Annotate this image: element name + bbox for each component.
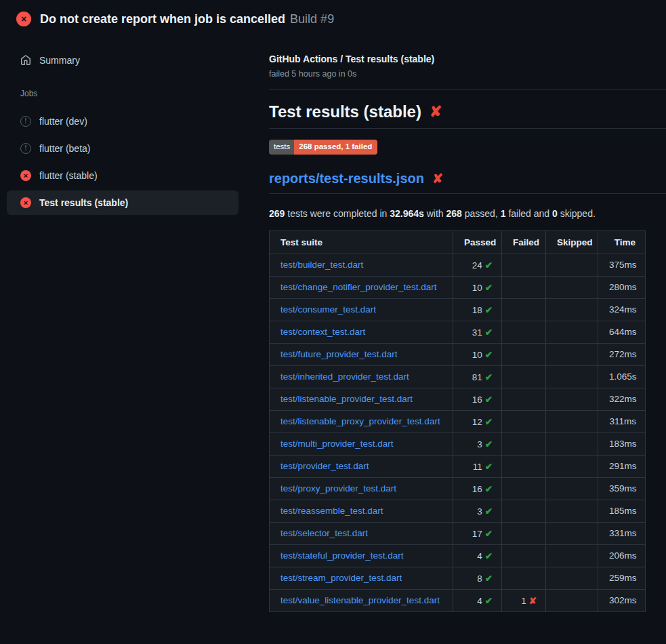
suite-link[interactable]: test/proxy_provider_test.dart xyxy=(280,483,396,494)
x-icon: ✘ xyxy=(529,596,537,606)
table-row: test/value_listenable_provider_test.dart… xyxy=(270,589,646,611)
suite-link[interactable]: test/listenable_proxy_provider_test.dart xyxy=(280,416,440,426)
suite-link[interactable]: test/provider_test.dart xyxy=(280,461,369,471)
report-file-row: reports/test-results.json ✘ xyxy=(269,171,666,194)
suite-link[interactable]: test/reassemble_test.dart xyxy=(280,506,383,516)
skipped-cell xyxy=(546,410,598,432)
column-header-time: Time xyxy=(598,230,646,254)
exclamation-circle-icon: ! xyxy=(20,116,31,127)
suite-cell: test/proxy_provider_test.dart xyxy=(270,477,453,500)
table-row: test/consumer_test.dart18✔324ms xyxy=(270,298,646,321)
table-row: test/stream_provider_test.dart8✔259ms xyxy=(270,567,646,589)
count: 10 xyxy=(472,350,482,360)
count: 16 xyxy=(472,484,482,494)
failed-cell xyxy=(502,343,546,365)
badge-label: tests xyxy=(269,140,294,155)
passed-cell: 17✔ xyxy=(453,522,502,544)
job-label: Test results (stable) xyxy=(39,197,128,208)
passed-cell: 3✔ xyxy=(453,432,502,455)
failed-cell xyxy=(502,567,546,589)
check-icon: ✔ xyxy=(485,439,493,449)
passed-cell: 10✔ xyxy=(453,343,502,365)
failed-cell xyxy=(502,410,546,432)
sidebar-item-job-2[interactable]: ×flutter (stable) xyxy=(7,163,238,188)
count: 17 xyxy=(472,529,482,539)
sidebar-item-summary[interactable]: Summary xyxy=(7,48,238,73)
failed-x-icon: ✘ xyxy=(432,171,443,186)
suite-link[interactable]: test/future_provider_test.dart xyxy=(280,349,398,359)
job-label: flutter (stable) xyxy=(39,170,98,181)
suite-link[interactable]: test/multi_provider_test.dart xyxy=(280,439,394,449)
suite-cell: test/listenable_provider_test.dart xyxy=(270,388,453,410)
badge-value: 268 passed, 1 failed xyxy=(294,140,377,155)
jobs-section-label: Jobs xyxy=(20,89,247,98)
suite-link[interactable]: test/value_listenable_provider_test.dart xyxy=(280,595,440,605)
time-cell: 206ms xyxy=(598,544,646,567)
passed-cell: 3✔ xyxy=(453,500,502,522)
sidebar-item-job-3[interactable]: ×Test results (stable) xyxy=(7,190,238,215)
sidebar-summary-label: Summary xyxy=(39,55,80,66)
skipped-cell xyxy=(546,544,598,567)
skipped-cell xyxy=(546,432,598,455)
summary-segment: failed and xyxy=(506,208,553,219)
sidebar: Summary Jobs !flutter (dev)!flutter (bet… xyxy=(0,35,247,218)
column-header-test-suite: Test suite xyxy=(270,230,453,254)
check-icon: ✔ xyxy=(485,529,493,539)
suite-cell: test/listenable_proxy_provider_test.dart xyxy=(270,410,453,432)
suite-cell: test/change_notifier_provider_test.dart xyxy=(270,276,453,298)
table-header-row: Test suitePassedFailedSkippedTime xyxy=(270,230,646,254)
summary-segment: 32.964s xyxy=(390,208,424,219)
check-icon: ✔ xyxy=(485,596,493,606)
main-content: GitHub Actions / Test results (stable) f… xyxy=(247,35,666,612)
passed-cell: 31✔ xyxy=(453,321,502,343)
suite-cell: test/consumer_test.dart xyxy=(270,298,453,321)
suite-link[interactable]: test/context_test.dart xyxy=(280,327,365,337)
suite-link[interactable]: test/inherited_provider_test.dart xyxy=(280,371,409,382)
x-circle-fill-icon: × xyxy=(20,197,31,208)
summary-segment: tests were completed in xyxy=(285,208,390,219)
count: 10 xyxy=(472,283,482,293)
sidebar-item-job-1[interactable]: !flutter (beta) xyxy=(7,136,238,161)
suite-link[interactable]: test/change_notifier_provider_test.dart xyxy=(280,282,436,292)
suite-link[interactable]: test/stateful_provider_test.dart xyxy=(280,550,404,561)
failed-cell xyxy=(502,388,546,410)
passed-cell: 4✔ xyxy=(453,589,502,611)
suite-link[interactable]: test/stream_provider_test.dart xyxy=(280,573,402,583)
passed-cell: 16✔ xyxy=(453,388,502,410)
summary-segment: 268 xyxy=(446,208,462,219)
skipped-cell xyxy=(546,477,598,500)
skipped-cell xyxy=(546,500,598,522)
passed-cell: 12✔ xyxy=(453,410,502,432)
table-row: test/provider_test.dart11✔291ms xyxy=(270,455,646,477)
summary-segment: skipped. xyxy=(558,208,596,219)
suite-cell: test/context_test.dart xyxy=(270,321,453,343)
suite-cell: test/inherited_provider_test.dart xyxy=(270,365,453,388)
report-file-link[interactable]: reports/test-results.json xyxy=(269,171,424,186)
failed-cell xyxy=(502,455,546,477)
failed-cell xyxy=(502,365,546,388)
check-icon: ✔ xyxy=(485,305,493,315)
suite-link[interactable]: test/consumer_test.dart xyxy=(280,304,376,315)
suite-link[interactable]: test/builder_test.dart xyxy=(280,260,363,270)
summary-segment: with xyxy=(424,208,446,219)
suite-cell: test/future_provider_test.dart xyxy=(270,343,453,365)
check-icon: ✔ xyxy=(485,283,493,293)
check-icon: ✔ xyxy=(485,327,493,338)
sidebar-item-job-0[interactable]: !flutter (dev) xyxy=(7,109,238,134)
suite-link[interactable]: test/selector_test.dart xyxy=(280,528,368,538)
suite-link[interactable]: test/listenable_provider_test.dart xyxy=(280,394,413,404)
tests-summary-text: 269 tests were completed in 32.964s with… xyxy=(269,208,666,219)
column-header-failed: Failed xyxy=(502,230,546,254)
check-icon: ✔ xyxy=(485,573,493,584)
table-row: test/inherited_provider_test.dart81✔1.06… xyxy=(270,365,646,388)
passed-cell: 16✔ xyxy=(453,477,502,500)
failed-cell: 1✘ xyxy=(502,589,546,611)
report-title: Test results (stable) xyxy=(269,102,421,121)
suite-cell: test/stateful_provider_test.dart xyxy=(270,544,453,567)
count: 18 xyxy=(472,305,482,315)
check-icon: ✔ xyxy=(485,506,493,517)
skipped-cell xyxy=(546,276,598,298)
passed-cell: 11✔ xyxy=(453,455,502,477)
count: 3 xyxy=(477,506,482,517)
time-cell: 291ms xyxy=(598,455,646,477)
